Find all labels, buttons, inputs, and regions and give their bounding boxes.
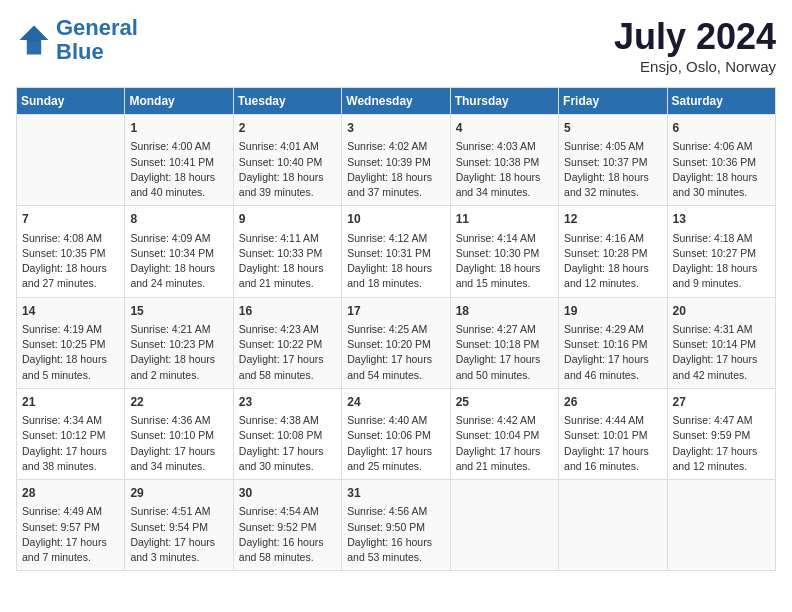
calendar-week-row: 1Sunrise: 4:00 AM Sunset: 10:41 PM Dayli… bbox=[17, 115, 776, 206]
day-number: 4 bbox=[456, 120, 553, 137]
day-number: 20 bbox=[673, 303, 770, 320]
month-title: July 2024 bbox=[614, 16, 776, 58]
calendar-day-cell: 26Sunrise: 4:44 AM Sunset: 10:01 PM Dayl… bbox=[559, 388, 667, 479]
calendar-day-cell: 1Sunrise: 4:00 AM Sunset: 10:41 PM Dayli… bbox=[125, 115, 233, 206]
day-number: 11 bbox=[456, 211, 553, 228]
calendar-day-cell: 18Sunrise: 4:27 AM Sunset: 10:18 PM Dayl… bbox=[450, 297, 558, 388]
day-number: 10 bbox=[347, 211, 444, 228]
day-info: Sunrise: 4:09 AM Sunset: 10:34 PM Daylig… bbox=[130, 231, 227, 292]
day-info: Sunrise: 4:11 AM Sunset: 10:33 PM Daylig… bbox=[239, 231, 336, 292]
calendar-day-cell: 19Sunrise: 4:29 AM Sunset: 10:16 PM Dayl… bbox=[559, 297, 667, 388]
title-block: July 2024 Ensjo, Oslo, Norway bbox=[614, 16, 776, 75]
calendar-week-row: 14Sunrise: 4:19 AM Sunset: 10:25 PM Dayl… bbox=[17, 297, 776, 388]
calendar-day-cell: 20Sunrise: 4:31 AM Sunset: 10:14 PM Dayl… bbox=[667, 297, 775, 388]
day-info: Sunrise: 4:40 AM Sunset: 10:06 PM Daylig… bbox=[347, 413, 444, 474]
day-info: Sunrise: 4:56 AM Sunset: 9:50 PM Dayligh… bbox=[347, 504, 444, 565]
calendar-day-cell: 11Sunrise: 4:14 AM Sunset: 10:30 PM Dayl… bbox=[450, 206, 558, 297]
calendar-day-cell: 6Sunrise: 4:06 AM Sunset: 10:36 PM Dayli… bbox=[667, 115, 775, 206]
calendar-day-cell: 27Sunrise: 4:47 AM Sunset: 9:59 PM Dayli… bbox=[667, 388, 775, 479]
weekday-header: Sunday bbox=[17, 88, 125, 115]
logo-text: GeneralBlue bbox=[56, 16, 138, 64]
day-number: 8 bbox=[130, 211, 227, 228]
day-info: Sunrise: 4:19 AM Sunset: 10:25 PM Daylig… bbox=[22, 322, 119, 383]
day-info: Sunrise: 4:54 AM Sunset: 9:52 PM Dayligh… bbox=[239, 504, 336, 565]
weekday-header: Wednesday bbox=[342, 88, 450, 115]
calendar-day-cell: 3Sunrise: 4:02 AM Sunset: 10:39 PM Dayli… bbox=[342, 115, 450, 206]
day-number: 26 bbox=[564, 394, 661, 411]
calendar-table: SundayMondayTuesdayWednesdayThursdayFrid… bbox=[16, 87, 776, 571]
logo: GeneralBlue bbox=[16, 16, 138, 64]
day-number: 17 bbox=[347, 303, 444, 320]
calendar-day-cell: 16Sunrise: 4:23 AM Sunset: 10:22 PM Dayl… bbox=[233, 297, 341, 388]
day-info: Sunrise: 4:21 AM Sunset: 10:23 PM Daylig… bbox=[130, 322, 227, 383]
day-info: Sunrise: 4:00 AM Sunset: 10:41 PM Daylig… bbox=[130, 139, 227, 200]
day-number: 18 bbox=[456, 303, 553, 320]
svg-marker-1 bbox=[20, 26, 49, 42]
location: Ensjo, Oslo, Norway bbox=[614, 58, 776, 75]
logo-icon bbox=[16, 22, 52, 58]
calendar-day-cell: 31Sunrise: 4:56 AM Sunset: 9:50 PM Dayli… bbox=[342, 480, 450, 571]
calendar-day-cell: 23Sunrise: 4:38 AM Sunset: 10:08 PM Dayl… bbox=[233, 388, 341, 479]
calendar-header-row: SundayMondayTuesdayWednesdayThursdayFrid… bbox=[17, 88, 776, 115]
day-number: 31 bbox=[347, 485, 444, 502]
day-info: Sunrise: 4:27 AM Sunset: 10:18 PM Daylig… bbox=[456, 322, 553, 383]
weekday-header: Friday bbox=[559, 88, 667, 115]
day-info: Sunrise: 4:49 AM Sunset: 9:57 PM Dayligh… bbox=[22, 504, 119, 565]
day-info: Sunrise: 4:03 AM Sunset: 10:38 PM Daylig… bbox=[456, 139, 553, 200]
day-info: Sunrise: 4:38 AM Sunset: 10:08 PM Daylig… bbox=[239, 413, 336, 474]
calendar-day-cell bbox=[17, 115, 125, 206]
calendar-day-cell bbox=[559, 480, 667, 571]
day-number: 28 bbox=[22, 485, 119, 502]
calendar-week-row: 28Sunrise: 4:49 AM Sunset: 9:57 PM Dayli… bbox=[17, 480, 776, 571]
day-info: Sunrise: 4:01 AM Sunset: 10:40 PM Daylig… bbox=[239, 139, 336, 200]
day-info: Sunrise: 4:51 AM Sunset: 9:54 PM Dayligh… bbox=[130, 504, 227, 565]
day-number: 5 bbox=[564, 120, 661, 137]
day-number: 27 bbox=[673, 394, 770, 411]
calendar-day-cell bbox=[667, 480, 775, 571]
weekday-header: Saturday bbox=[667, 88, 775, 115]
day-number: 21 bbox=[22, 394, 119, 411]
day-info: Sunrise: 4:29 AM Sunset: 10:16 PM Daylig… bbox=[564, 322, 661, 383]
calendar-day-cell: 5Sunrise: 4:05 AM Sunset: 10:37 PM Dayli… bbox=[559, 115, 667, 206]
calendar-day-cell: 28Sunrise: 4:49 AM Sunset: 9:57 PM Dayli… bbox=[17, 480, 125, 571]
page-header: GeneralBlue July 2024 Ensjo, Oslo, Norwa… bbox=[16, 16, 776, 75]
day-number: 25 bbox=[456, 394, 553, 411]
day-number: 23 bbox=[239, 394, 336, 411]
day-number: 6 bbox=[673, 120, 770, 137]
day-info: Sunrise: 4:31 AM Sunset: 10:14 PM Daylig… bbox=[673, 322, 770, 383]
calendar-day-cell: 25Sunrise: 4:42 AM Sunset: 10:04 PM Dayl… bbox=[450, 388, 558, 479]
day-number: 1 bbox=[130, 120, 227, 137]
calendar-day-cell: 14Sunrise: 4:19 AM Sunset: 10:25 PM Dayl… bbox=[17, 297, 125, 388]
calendar-day-cell: 21Sunrise: 4:34 AM Sunset: 10:12 PM Dayl… bbox=[17, 388, 125, 479]
day-info: Sunrise: 4:25 AM Sunset: 10:20 PM Daylig… bbox=[347, 322, 444, 383]
calendar-day-cell: 13Sunrise: 4:18 AM Sunset: 10:27 PM Dayl… bbox=[667, 206, 775, 297]
day-info: Sunrise: 4:42 AM Sunset: 10:04 PM Daylig… bbox=[456, 413, 553, 474]
day-info: Sunrise: 4:44 AM Sunset: 10:01 PM Daylig… bbox=[564, 413, 661, 474]
day-info: Sunrise: 4:12 AM Sunset: 10:31 PM Daylig… bbox=[347, 231, 444, 292]
day-number: 30 bbox=[239, 485, 336, 502]
day-number: 9 bbox=[239, 211, 336, 228]
day-number: 16 bbox=[239, 303, 336, 320]
day-number: 24 bbox=[347, 394, 444, 411]
day-number: 29 bbox=[130, 485, 227, 502]
calendar-week-row: 7Sunrise: 4:08 AM Sunset: 10:35 PM Dayli… bbox=[17, 206, 776, 297]
day-info: Sunrise: 4:36 AM Sunset: 10:10 PM Daylig… bbox=[130, 413, 227, 474]
day-info: Sunrise: 4:16 AM Sunset: 10:28 PM Daylig… bbox=[564, 231, 661, 292]
calendar-day-cell: 29Sunrise: 4:51 AM Sunset: 9:54 PM Dayli… bbox=[125, 480, 233, 571]
calendar-day-cell: 12Sunrise: 4:16 AM Sunset: 10:28 PM Dayl… bbox=[559, 206, 667, 297]
weekday-header: Monday bbox=[125, 88, 233, 115]
day-number: 12 bbox=[564, 211, 661, 228]
weekday-header: Tuesday bbox=[233, 88, 341, 115]
calendar-day-cell: 17Sunrise: 4:25 AM Sunset: 10:20 PM Dayl… bbox=[342, 297, 450, 388]
day-info: Sunrise: 4:14 AM Sunset: 10:30 PM Daylig… bbox=[456, 231, 553, 292]
calendar-day-cell: 10Sunrise: 4:12 AM Sunset: 10:31 PM Dayl… bbox=[342, 206, 450, 297]
calendar-day-cell: 7Sunrise: 4:08 AM Sunset: 10:35 PM Dayli… bbox=[17, 206, 125, 297]
day-info: Sunrise: 4:06 AM Sunset: 10:36 PM Daylig… bbox=[673, 139, 770, 200]
day-number: 3 bbox=[347, 120, 444, 137]
calendar-day-cell: 8Sunrise: 4:09 AM Sunset: 10:34 PM Dayli… bbox=[125, 206, 233, 297]
day-info: Sunrise: 4:02 AM Sunset: 10:39 PM Daylig… bbox=[347, 139, 444, 200]
day-info: Sunrise: 4:05 AM Sunset: 10:37 PM Daylig… bbox=[564, 139, 661, 200]
calendar-day-cell: 15Sunrise: 4:21 AM Sunset: 10:23 PM Dayl… bbox=[125, 297, 233, 388]
calendar-day-cell: 24Sunrise: 4:40 AM Sunset: 10:06 PM Dayl… bbox=[342, 388, 450, 479]
day-number: 2 bbox=[239, 120, 336, 137]
